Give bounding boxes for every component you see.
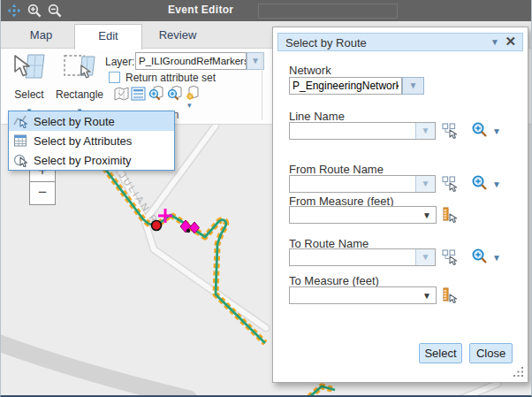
panel-header[interactable]: Select by Route ▼ ✕ [277, 33, 523, 51]
menu-item-select-by-proximity[interactable]: Select by Proximity [9, 150, 174, 170]
to-route-combobox[interactable]: ▼ [289, 248, 436, 266]
select-button[interactable]: Select [419, 343, 462, 363]
panel-resize-grip[interactable] [513, 365, 524, 377]
layer-select[interactable]: P_ILIGroundRefMarkers [135, 52, 247, 70]
select-by-attributes-icon [13, 134, 28, 148]
from-route-zoom-caret-icon[interactable]: ▼ [492, 179, 501, 189]
titlebar-placeholder [258, 4, 398, 19]
menu-item-label: Select by Route [34, 115, 115, 128]
network-input[interactable] [290, 78, 401, 94]
zoom-in-icon[interactable] [27, 3, 42, 19]
app-title: Event Editor [168, 4, 233, 16]
to-measure-combobox[interactable]: ▼ [289, 286, 437, 304]
menu-item-label: Select by Proximity [34, 154, 132, 167]
line-name-label: Line Name [289, 110, 345, 123]
panel-close-icon[interactable]: ✕ [505, 34, 516, 50]
from-route-arrow-icon[interactable]: ▼ [415, 176, 435, 192]
line-name-input[interactable] [290, 123, 415, 139]
from-route-combobox[interactable]: ▼ [289, 175, 436, 193]
clear-selection-button[interactable] [113, 86, 130, 102]
map-zoom-out-button[interactable]: − [29, 182, 56, 205]
rectangle-tool-button[interactable]: Rectangle ▾ [54, 51, 105, 117]
to-route-input[interactable] [290, 249, 415, 265]
pan-icon[interactable] [6, 3, 22, 19]
line-name-map-picker-icon[interactable] [442, 123, 458, 139]
zoom-to-feature-button[interactable] [166, 86, 183, 102]
network-label: Network [289, 64, 331, 77]
close-button[interactable]: Close [469, 343, 513, 363]
event-points [152, 209, 200, 233]
rectangle-tool-label: Rectangle [54, 88, 105, 101]
selection-attributes-button[interactable] [130, 86, 147, 102]
select-by-route-icon [13, 114, 28, 128]
select-tool-menu: Select by Route Select by Attributes Sel… [8, 111, 175, 171]
from-route-map-picker-icon[interactable] [442, 176, 458, 192]
event-editor-window: Event Editor Map Edit Review Select ▾ Re… [0, 0, 532, 397]
to-route-zoom-icon[interactable] [471, 248, 489, 265]
from-measure-picker-icon[interactable] [442, 207, 458, 223]
layer-label: Layer: [105, 56, 134, 68]
zoom-to-selection-button[interactable] [148, 86, 164, 102]
network-combobox[interactable] [289, 77, 402, 95]
from-measure-combobox[interactable]: ▼ [289, 206, 437, 224]
zoom-out-icon[interactable] [47, 3, 63, 19]
tab-map[interactable]: Map [8, 21, 74, 49]
titlebar: Event Editor [1, 0, 531, 21]
select-by-route-panel: Select by Route ▼ ✕ Network ▼ Line Name … [272, 27, 528, 383]
to-route-zoom-caret-icon[interactable]: ▼ [492, 253, 501, 263]
to-route-map-picker-icon[interactable] [442, 249, 458, 265]
to-route-arrow-icon[interactable]: ▼ [415, 249, 435, 265]
from-route-label: From Route Name [289, 163, 384, 176]
to-measure-arrow-icon[interactable]: ▼ [422, 291, 431, 301]
to-measure-picker-icon[interactable] [442, 287, 458, 303]
from-measure-arrow-icon[interactable]: ▼ [422, 210, 431, 220]
tab-review[interactable]: Review [142, 21, 213, 49]
to-measure-input[interactable] [290, 288, 414, 304]
rectangle-tool-icon [54, 51, 105, 87]
selection-options-button[interactable] [185, 86, 201, 102]
line-name-arrow-icon[interactable]: ▼ [415, 123, 435, 139]
menu-item-label: Select by Attributes [34, 134, 132, 148]
menu-item-select-by-attributes[interactable]: Select by Attributes [9, 131, 174, 150]
return-attribute-set-label: Return attribute set [125, 72, 216, 84]
ribbon-group-divider [262, 51, 262, 120]
return-attribute-set-checkbox[interactable] [109, 72, 120, 83]
line-name-zoom-caret-icon[interactable]: ▼ [492, 126, 501, 136]
network-arrow-icon[interactable]: ▼ [402, 77, 424, 95]
event-vertex-dot [186, 229, 191, 233]
event-point-red [152, 221, 162, 231]
menu-item-select-by-route[interactable]: Select by Route [9, 111, 174, 131]
line-name-combobox[interactable]: ▼ [289, 122, 436, 140]
from-route-zoom-icon[interactable] [471, 174, 489, 192]
to-measure-label: To Measure (feet) [289, 274, 379, 287]
select-tool-icon [4, 51, 54, 87]
selection-options-caret-icon[interactable]: ▾ [187, 102, 192, 109]
select-tool-label: Select [4, 88, 54, 101]
tab-edit[interactable]: Edit [74, 24, 142, 50]
select-tool-button[interactable]: Select ▾ [4, 51, 54, 117]
line-name-zoom-icon[interactable] [471, 121, 489, 139]
from-route-input[interactable] [290, 176, 415, 192]
select-by-proximity-icon [13, 153, 28, 167]
panel-collapse-icon[interactable]: ▼ [490, 37, 499, 47]
panel-title: Select by Route [285, 36, 367, 50]
from-measure-input[interactable] [290, 208, 414, 224]
